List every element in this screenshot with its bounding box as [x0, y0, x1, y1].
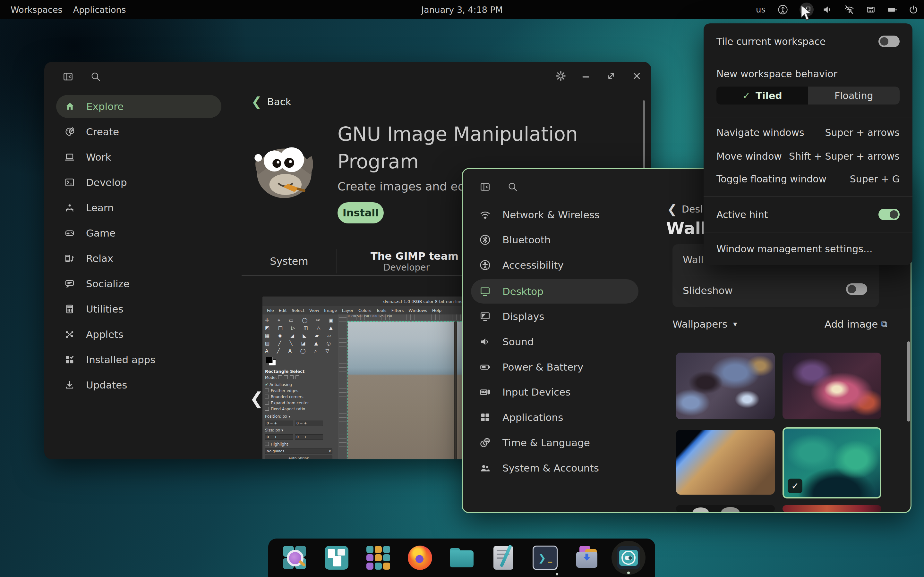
dock-item-settings[interactable] [611, 540, 646, 575]
workspaces-menu[interactable]: Workspaces [11, 5, 63, 15]
tile-workspace-row: Tile current workspace [716, 32, 900, 50]
minimize-button[interactable] [580, 70, 591, 82]
volume-icon[interactable] [822, 4, 833, 15]
sidebar-item-develop[interactable]: Develop [64, 171, 127, 194]
sidebar-toggle-icon[interactable] [479, 181, 491, 193]
settings-item-bluetooth[interactable]: Bluetooth [479, 227, 551, 252]
ethernet-icon[interactable] [865, 4, 876, 15]
sidebar-item-applets[interactable]: Applets [64, 323, 124, 346]
display-icon [479, 311, 491, 322]
sidebar-item-label: Relax [86, 253, 113, 264]
check-icon: ✓ [742, 90, 750, 101]
sidebar-item-label: Develop [86, 177, 127, 188]
add-image-button[interactable]: Add image ⧉ [825, 318, 887, 330]
accessibility-icon[interactable] [777, 4, 788, 15]
active-hint-toggle[interactable] [879, 209, 900, 220]
external-link-icon: ⧉ [881, 319, 887, 329]
settings-item-network[interactable]: Network & Wireless [479, 202, 599, 227]
gimp-guides-dropdown[interactable]: No guides ▾ [265, 448, 333, 454]
gimp-autoshrink-button[interactable]: Auto Shrink [265, 456, 333, 459]
gamepad-icon [64, 227, 75, 239]
scrollbar[interactable] [907, 342, 910, 422]
source-selector[interactable]: System [242, 247, 336, 276]
search-icon[interactable] [90, 71, 102, 82]
sidebar-item-work[interactable]: Work [64, 145, 111, 169]
sidebar-item-create[interactable]: Create [64, 120, 119, 143]
wallpaper-thumb-red-nebula[interactable] [782, 505, 881, 512]
wallpaper-thumb-green-aurora[interactable]: ✓ [782, 427, 881, 498]
install-button[interactable]: Install [338, 202, 384, 223]
installed-icon [64, 354, 75, 365]
close-button[interactable] [631, 70, 643, 82]
dock-item-store[interactable] [569, 540, 604, 575]
wallpaper-thumb-starfield-nebula[interactable] [676, 353, 775, 419]
sidebar-item-label: Installed apps [86, 354, 155, 366]
shortcut-row: Toggle floating windowSuper + G [716, 171, 900, 187]
settings-item-desktop[interactable]: Desktop [471, 279, 638, 303]
carousel-prev-button[interactable]: ❮ [250, 389, 264, 408]
sidebar-item-installed-apps[interactable]: Installed apps [64, 348, 155, 371]
laptop-icon [64, 152, 75, 163]
running-indicator [556, 573, 558, 575]
sidebar-item-label: Updates [86, 379, 127, 391]
settings-item-power[interactable]: Power & Battery [479, 355, 583, 380]
tile-workspace-toggle[interactable] [879, 35, 900, 47]
wallpaper-thumb-orion-nebula[interactable] [782, 353, 881, 419]
settings-item-input[interactable]: Input Devices [479, 380, 570, 405]
dock-item-terminal[interactable]: ❯_ [527, 540, 563, 575]
tiling-applet-popup: Tile current workspace New workspace beh… [704, 23, 913, 265]
sidebar-item-socialize[interactable]: Socialize [64, 272, 129, 295]
sidebar-item-learn[interactable]: Learn [64, 196, 114, 219]
accessibility-icon [479, 259, 491, 271]
sidebar-item-utilities[interactable]: Utilities [64, 298, 124, 321]
battery-icon[interactable] [887, 4, 897, 15]
keyboard-layout-indicator[interactable]: us [756, 5, 766, 15]
settings-item-displays[interactable]: Displays [479, 304, 544, 329]
shortcut-row: Navigate windowsSuper + arrows [716, 124, 900, 141]
wallpapers-dropdown[interactable]: Wallpapers ▾ [672, 318, 737, 330]
wallpaper-thumb-moon-rocks[interactable] [676, 505, 775, 512]
wifi-off-icon[interactable] [844, 4, 855, 15]
dock-item-firefox[interactable] [402, 540, 438, 575]
sidebar-item-label: Socialize [86, 278, 129, 290]
segment-tiled[interactable]: ✓ Tiled [716, 87, 808, 105]
dock-item-workspaces[interactable] [319, 540, 354, 575]
settings-item-sound[interactable]: Sound [479, 329, 534, 354]
settings-item-label: System & Accounts [502, 462, 599, 474]
dock-item-app-library[interactable] [360, 540, 396, 575]
gear-icon[interactable] [555, 70, 567, 82]
dock-item-launcher[interactable] [277, 540, 312, 575]
behavior-label: New workspace behavior [716, 68, 837, 79]
behavior-segmented-control: ✓ Tiled Floating [716, 87, 900, 105]
applications-menu[interactable]: Applications [73, 5, 126, 15]
dock-item-files[interactable] [444, 540, 479, 575]
desktop: Workspaces Applications January 3, 4:18 … [0, 0, 924, 577]
settings-item-accounts[interactable]: System & Accounts [479, 456, 599, 480]
sidebar-item-explore[interactable]: Explore [56, 95, 221, 118]
sidebar-item-game[interactable]: Game [64, 221, 115, 245]
people-icon [479, 462, 491, 474]
slideshow-toggle[interactable] [846, 284, 867, 295]
power-icon[interactable] [908, 4, 919, 15]
sidebar-item-relax[interactable]: Relax [64, 247, 113, 270]
settings-item-accessibility[interactable]: Accessibility [479, 253, 564, 277]
maximize-button[interactable] [606, 70, 617, 82]
settings-item-applications[interactable]: Applications [479, 405, 563, 430]
settings-item-time[interactable]: Time & Language [479, 430, 590, 455]
search-icon[interactable] [507, 181, 519, 193]
speaker-icon [479, 336, 491, 348]
bluetooth-icon [479, 234, 491, 245]
shortcut-row: Move windowShift + Super + arrows [716, 148, 900, 164]
sidebar-item-label: Learn [86, 202, 114, 213]
sidebar-toggle-icon[interactable] [62, 71, 74, 82]
app-logo-gimp [247, 135, 321, 206]
settings-item-label: Accessibility [502, 259, 564, 271]
window-management-settings-link[interactable]: Window management settings... [716, 243, 873, 255]
segment-floating[interactable]: Floating [808, 87, 900, 105]
settings-back-button[interactable]: ❮ Desktop [667, 203, 702, 215]
clock[interactable]: January 3, 4:18 PM [421, 0, 503, 19]
dock-item-text-editor[interactable] [486, 540, 521, 575]
wallpaper-thumb-earth-horizon[interactable] [676, 430, 775, 495]
sidebar-item-updates[interactable]: Updates [64, 374, 127, 396]
back-button[interactable]: ❮ Back [251, 96, 291, 107]
